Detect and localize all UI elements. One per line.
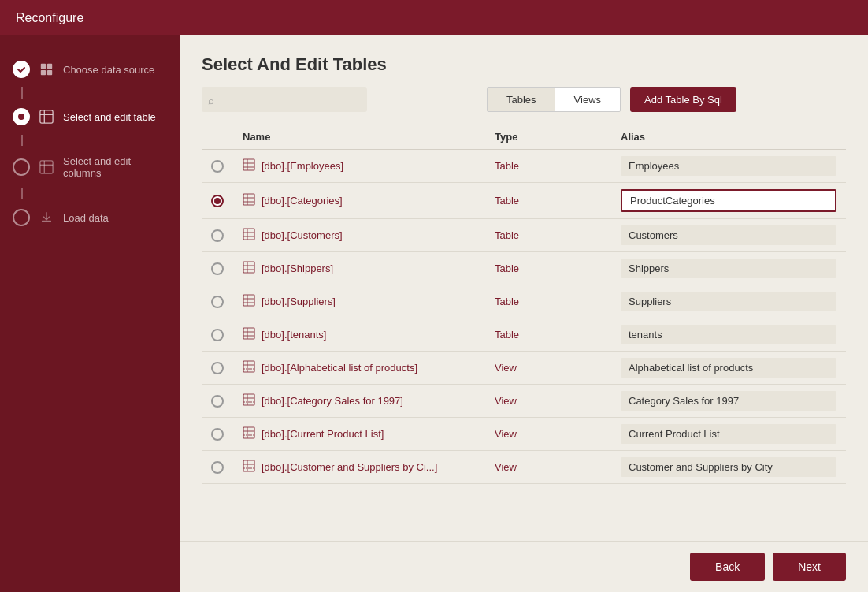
alias-input[interactable] <box>621 325 836 344</box>
footer: Back Next <box>180 541 868 592</box>
search-input[interactable] <box>202 87 367 112</box>
step-icon-1 <box>13 61 30 78</box>
svg-rect-26 <box>243 295 254 306</box>
table-row[interactable]: [dbo].[Alphabetical list of products] Vi… <box>202 352 846 385</box>
svg-rect-46 <box>243 460 254 471</box>
load-icon <box>39 210 54 225</box>
alias-input[interactable] <box>621 259 836 278</box>
sidebar-item-load-data[interactable]: Load data <box>0 199 180 236</box>
alias-input[interactable] <box>621 189 836 212</box>
tab-group: Tables Views <box>487 87 621 112</box>
alias-cell <box>611 352 846 385</box>
alias-cell <box>611 418 846 451</box>
alias-input[interactable] <box>621 358 836 378</box>
back-button[interactable]: Back <box>690 553 765 581</box>
svg-rect-3 <box>47 70 52 75</box>
grid-icon <box>243 327 255 342</box>
table-icon <box>39 110 54 124</box>
radio-button[interactable] <box>211 362 224 374</box>
svg-rect-38 <box>243 394 254 405</box>
alias-cell <box>611 219 846 252</box>
alias-input[interactable] <box>621 391 836 411</box>
svg-rect-4 <box>40 110 53 123</box>
name-cell: [dbo].[Customer and Suppliers by Ci...] <box>243 460 476 475</box>
col-header-radio <box>202 125 233 150</box>
step-icon-4 <box>13 209 30 226</box>
alias-cell <box>611 252 846 285</box>
radio-button[interactable] <box>211 160 224 173</box>
radio-cell <box>211 428 224 441</box>
name-cell: [dbo].[Current Product List] <box>243 426 476 441</box>
svg-rect-10 <box>243 159 254 170</box>
svg-rect-34 <box>243 361 254 372</box>
name-cell: [dbo].[Category Sales for 1997] <box>243 393 476 408</box>
table-row[interactable]: [dbo].[Categories] Table <box>202 183 846 219</box>
alias-cell <box>611 150 846 183</box>
next-button[interactable]: Next <box>773 553 846 581</box>
search-wrapper: ⌕ <box>202 87 477 112</box>
row-type: View <box>485 385 611 418</box>
row-name: [dbo].[Employees] <box>262 160 343 172</box>
row-type: Table <box>485 285 611 318</box>
table-row[interactable]: [dbo].[Employees] Table <box>202 150 846 183</box>
table-row[interactable]: [dbo].[tenants] Table <box>202 318 846 352</box>
row-type: Table <box>485 183 611 219</box>
alias-input[interactable] <box>621 156 836 176</box>
tab-tables[interactable]: Tables <box>488 88 555 111</box>
sidebar: Choose data source Select and edit table… <box>0 35 180 592</box>
table-row[interactable]: [dbo].[Customer and Suppliers by Ci...] … <box>202 451 846 484</box>
row-name: [dbo].[tenants] <box>262 329 326 341</box>
sidebar-item-select-edit-columns[interactable]: Select and edit columns <box>0 146 180 188</box>
main-content: Select And Edit Tables ⌕ Tables Views Ad… <box>180 35 868 592</box>
add-table-by-sql-button[interactable]: Add Table By Sql <box>630 87 736 112</box>
radio-button[interactable] <box>211 329 224 341</box>
svg-rect-7 <box>40 161 53 173</box>
top-bar: Reconfigure <box>0 0 868 35</box>
radio-button[interactable] <box>211 428 224 441</box>
table-row[interactable]: [dbo].[Current Product List] View <box>202 418 846 451</box>
table-row[interactable]: [dbo].[Category Sales for 1997] View <box>202 385 846 418</box>
svg-rect-14 <box>243 194 254 205</box>
grid-icon <box>243 294 255 309</box>
svg-rect-0 <box>41 64 46 69</box>
col-header-type: Type <box>485 125 611 150</box>
radio-button[interactable] <box>211 229 224 242</box>
svg-rect-42 <box>243 427 254 438</box>
sidebar-label-2: Select and edit table <box>63 111 156 123</box>
alias-cell <box>611 285 846 318</box>
radio-cell <box>211 229 224 242</box>
alias-input[interactable] <box>621 457 836 477</box>
columns-icon <box>39 160 54 174</box>
row-name: [dbo].[Category Sales for 1997] <box>262 395 403 407</box>
alias-input[interactable] <box>621 292 836 311</box>
row-type: View <box>485 451 611 484</box>
table-row[interactable]: [dbo].[Shippers] Table <box>202 252 846 285</box>
row-type: View <box>485 352 611 385</box>
radio-button[interactable] <box>211 296 224 308</box>
alias-input[interactable] <box>621 225 836 245</box>
datasource-icon <box>39 62 54 76</box>
table-container: Name Type Alias <box>202 125 846 541</box>
row-name: [dbo].[Suppliers] <box>262 296 336 307</box>
radio-button[interactable] <box>211 395 224 408</box>
radio-button[interactable] <box>211 195 224 207</box>
step-icon-2 <box>13 108 30 125</box>
table-row[interactable]: [dbo].[Suppliers] Table <box>202 285 846 318</box>
grid-icon <box>243 228 255 243</box>
tab-views[interactable]: Views <box>555 88 620 111</box>
sidebar-item-select-edit-table[interactable]: Select and edit table <box>0 99 180 135</box>
row-name: [dbo].[Customers] <box>262 229 343 241</box>
radio-cell <box>211 395 224 408</box>
sidebar-item-choose-data-source[interactable]: Choose data source <box>0 51 180 87</box>
alias-cell <box>611 451 846 484</box>
alias-cell <box>611 318 846 352</box>
table-row[interactable]: [dbo].[Customers] Table <box>202 219 846 252</box>
row-type: Table <box>485 252 611 285</box>
grid-icon <box>243 460 255 475</box>
sidebar-label-3: Select and edit columns <box>63 155 167 179</box>
radio-button[interactable] <box>211 262 224 275</box>
row-type: Table <box>485 219 611 252</box>
radio-button[interactable] <box>211 461 224 474</box>
alias-input[interactable] <box>621 424 836 444</box>
svg-rect-18 <box>243 229 254 240</box>
